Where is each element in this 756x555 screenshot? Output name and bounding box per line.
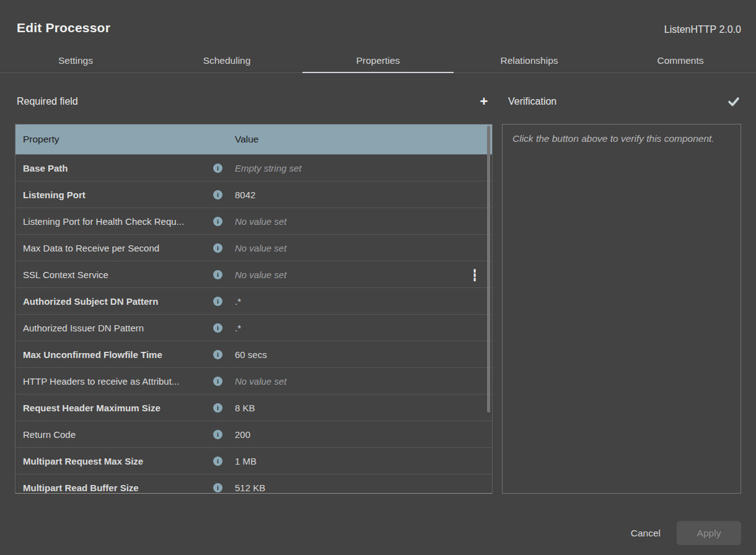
property-value: .* <box>235 296 241 307</box>
info-icon[interactable]: i <box>213 457 222 466</box>
tab-bar: SettingsSchedulingPropertiesRelationship… <box>0 48 756 73</box>
column-header-value: Value <box>235 134 259 145</box>
property-name: Listening Port <box>23 190 213 200</box>
table-scrollbar-thumb[interactable] <box>487 126 490 413</box>
dialog-footer: Cancel Apply <box>631 521 741 545</box>
info-icon[interactable]: i <box>213 430 222 439</box>
property-row[interactable]: Multipart Request Max Size i 1 MB ▮▮▮ <box>15 448 492 474</box>
info-icon[interactable]: i <box>213 350 222 359</box>
property-row[interactable]: Authorized Issuer DN Pattern i .* ▮▮▮ <box>15 315 492 341</box>
property-name: Return Code <box>23 429 213 440</box>
tab-settings[interactable]: Settings <box>0 48 151 72</box>
more-options-icon[interactable]: ▮▮▮ <box>473 268 476 281</box>
property-value: No value set <box>235 269 286 280</box>
tab-relationships[interactable]: Relationships <box>454 48 605 72</box>
property-value: No value set <box>235 216 286 227</box>
info-icon[interactable]: i <box>213 483 222 492</box>
property-name: Max Data to Receive per Second <box>23 243 213 253</box>
add-property-button[interactable]: + <box>477 94 491 109</box>
property-value: Empty string set <box>235 163 302 173</box>
property-value: 1 MB <box>235 456 257 466</box>
property-row[interactable]: HTTP Headers to receive as Attribut... i… <box>15 368 492 395</box>
property-name: HTTP Headers to receive as Attribut... <box>23 376 213 387</box>
properties-table: Property Value Base Path i Empty string … <box>15 124 493 494</box>
tab-properties[interactable]: Properties <box>302 48 454 72</box>
verification-label: Verification <box>508 96 556 107</box>
property-name: Listening Port for Health Check Requ... <box>23 216 213 227</box>
property-name: Authorized Issuer DN Pattern <box>23 323 213 333</box>
info-icon[interactable]: i <box>213 377 222 386</box>
property-row[interactable]: Request Header Maximum Size i 8 KB ▮▮▮ <box>15 395 492 421</box>
property-value: 512 KB <box>235 483 265 493</box>
verify-button[interactable] <box>726 94 741 109</box>
property-row[interactable]: Return Code i 200 ▮▮▮ <box>15 421 492 448</box>
property-row[interactable]: Multipart Read Buffer Size i 512 KB ▮▮▮ <box>15 474 492 494</box>
property-name: SSL Context Service <box>23 269 213 280</box>
property-name: Base Path <box>23 163 213 173</box>
property-row[interactable]: Max Unconfirmed Flowfile Time i 60 secs … <box>15 341 492 368</box>
info-icon[interactable]: i <box>213 297 222 306</box>
property-row[interactable]: SSL Context Service i No value set ▮▮▮ <box>15 261 492 288</box>
property-value: 8 KB <box>235 403 255 413</box>
check-icon <box>727 96 740 107</box>
table-header: Property Value <box>15 125 492 155</box>
tab-comments[interactable]: Comments <box>605 48 756 72</box>
edit-processor-dialog: { "header": { "title": "Edit Processor",… <box>0 0 756 555</box>
verification-placeholder: Click the button above to verify this co… <box>512 131 731 146</box>
processor-type-version: ListenHTTP 2.0.0 <box>664 24 741 35</box>
property-name: Request Header Maximum Size <box>23 403 213 413</box>
info-icon[interactable]: i <box>213 243 222 253</box>
dialog-title: Edit Processor <box>17 20 110 35</box>
info-icon[interactable]: i <box>213 164 222 173</box>
property-value: .* <box>235 323 241 333</box>
property-row[interactable]: Listening Port i 8042 ▮▮▮ <box>15 181 492 208</box>
property-name: Multipart Request Max Size <box>23 456 213 466</box>
apply-button[interactable]: Apply <box>677 521 741 545</box>
property-value: No value set <box>235 376 286 387</box>
required-field-label: Required field <box>17 96 78 107</box>
info-icon[interactable]: i <box>213 323 222 333</box>
property-name: Authorized Subject DN Pattern <box>23 296 213 307</box>
verification-heading-row: Verification <box>508 94 741 109</box>
property-value: 60 secs <box>235 349 267 360</box>
column-header-property: Property <box>15 134 235 145</box>
tab-scheduling[interactable]: Scheduling <box>151 48 302 72</box>
property-value: 8042 <box>235 190 255 200</box>
info-icon[interactable]: i <box>213 190 222 199</box>
properties-heading-row: Required field + <box>17 94 491 109</box>
property-row[interactable]: Max Data to Receive per Second i No valu… <box>15 235 492 261</box>
property-value: No value set <box>235 243 286 253</box>
info-icon[interactable]: i <box>213 270 222 279</box>
plus-icon: + <box>480 95 488 108</box>
property-name: Max Unconfirmed Flowfile Time <box>23 349 213 360</box>
cancel-button[interactable]: Cancel <box>631 528 661 539</box>
verification-panel: Click the button above to verify this co… <box>502 124 741 494</box>
property-name: Multipart Read Buffer Size <box>23 483 213 493</box>
property-row[interactable]: Base Path i Empty string set ▮▮▮ <box>15 155 492 181</box>
info-icon[interactable]: i <box>213 217 222 226</box>
property-value: 200 <box>235 429 250 440</box>
property-row[interactable]: Authorized Subject DN Pattern i .* ▮▮▮ <box>15 288 492 315</box>
info-icon[interactable]: i <box>213 403 222 413</box>
property-row[interactable]: Listening Port for Health Check Requ... … <box>15 208 492 235</box>
